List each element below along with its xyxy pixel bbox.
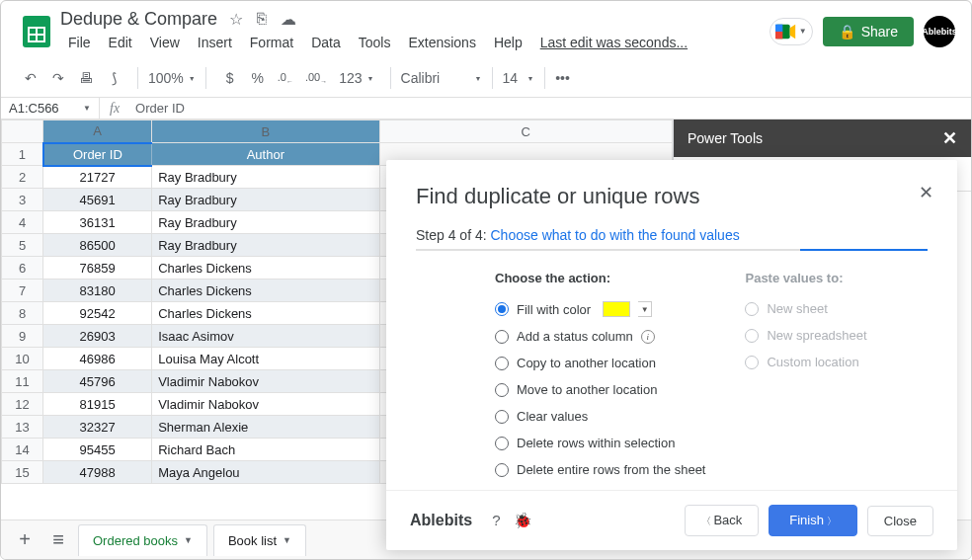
cell[interactable]: 47988 xyxy=(43,461,152,484)
tab-ordered-books[interactable]: Ordered books▼ xyxy=(78,524,207,556)
chevron-down-icon[interactable]: ▼ xyxy=(283,535,291,545)
row-header[interactable]: 3 xyxy=(2,189,43,211)
row-header[interactable]: 12 xyxy=(2,393,43,416)
cell[interactable]: 21727 xyxy=(43,166,152,189)
cell[interactable]: 32327 xyxy=(43,416,152,439)
cell[interactable]: Ray Bradbury xyxy=(152,189,379,211)
cell[interactable]: Order ID xyxy=(43,143,152,166)
row-header[interactable]: 14 xyxy=(2,439,43,461)
cell[interactable]: 83180 xyxy=(43,280,152,302)
profile-avatar[interactable]: Ablebits xyxy=(924,16,955,47)
formula-bar[interactable]: Order ID xyxy=(129,98,971,119)
more-toolbar-icon[interactable]: ••• xyxy=(551,65,575,91)
row-header[interactable]: 9 xyxy=(2,325,43,348)
font-size-select[interactable]: 14 xyxy=(499,65,538,91)
cell[interactable]: Vladimir Nabokov xyxy=(152,370,379,393)
undo-icon[interactable]: ↶ xyxy=(19,65,42,91)
cell[interactable]: 26903 xyxy=(43,325,152,348)
menu-view[interactable]: View xyxy=(142,32,188,53)
action-fill-color[interactable]: Fill with color ▼ xyxy=(495,301,705,317)
cell[interactable]: Richard Bach xyxy=(152,439,379,461)
color-swatch[interactable] xyxy=(603,301,630,317)
select-all-cell[interactable] xyxy=(2,120,43,143)
name-box[interactable]: A1:C566 ▼ xyxy=(1,98,100,119)
row-header[interactable]: 4 xyxy=(2,211,43,234)
action-move[interactable]: Move to another location xyxy=(495,382,705,397)
cell[interactable]: Isaac Asimov xyxy=(152,325,379,348)
menu-file[interactable]: File xyxy=(60,32,99,53)
row-header[interactable]: 1 xyxy=(2,143,43,166)
cell[interactable]: 76859 xyxy=(43,257,152,280)
cloud-icon[interactable]: ☁ xyxy=(281,10,296,29)
close-icon[interactable]: ✕ xyxy=(942,127,957,149)
close-icon[interactable]: ✕ xyxy=(919,182,933,203)
row-header[interactable]: 6 xyxy=(2,257,43,280)
info-icon[interactable]: i xyxy=(641,330,655,344)
cell[interactable]: 45796 xyxy=(43,370,152,393)
action-copy[interactable]: Copy to another location xyxy=(495,356,705,370)
cell[interactable]: Maya Angelou xyxy=(152,461,379,484)
meet-button[interactable]: ▼ xyxy=(770,18,813,45)
action-status-column[interactable]: Add a status column i xyxy=(495,329,705,344)
font-select[interactable]: Calibri xyxy=(397,65,486,91)
doc-title[interactable]: Dedupe & Compare xyxy=(60,9,217,30)
cell[interactable]: 86500 xyxy=(43,234,152,257)
row-header[interactable]: 13 xyxy=(2,416,43,439)
share-button[interactable]: 🔒 Share xyxy=(823,17,914,46)
row-header[interactable]: 2 xyxy=(2,166,43,189)
number-format-select[interactable]: 123 xyxy=(335,65,377,91)
back-button[interactable]: 〈 Back xyxy=(685,505,760,536)
help-icon[interactable]: ? xyxy=(492,512,500,529)
row-header[interactable]: 11 xyxy=(2,370,43,393)
chevron-down-icon[interactable]: ▼ xyxy=(184,535,193,545)
menu-data[interactable]: Data xyxy=(303,32,349,53)
action-clear[interactable]: Clear values xyxy=(495,409,705,424)
cell[interactable]: Ray Bradbury xyxy=(152,211,379,234)
action-delete-selection[interactable]: Delete rows within selection xyxy=(495,436,705,450)
menu-tools[interactable]: Tools xyxy=(351,32,399,53)
cell[interactable]: 81915 xyxy=(43,393,152,416)
percent-icon[interactable]: % xyxy=(246,65,270,91)
cell[interactable]: Vladimir Nabokov xyxy=(152,393,379,416)
step-link[interactable]: Choose what to do with the found values xyxy=(491,227,740,243)
last-edit-link[interactable]: Last edit was seconds... xyxy=(532,32,695,53)
menu-insert[interactable]: Insert xyxy=(190,32,240,53)
sheets-logo[interactable] xyxy=(17,12,56,51)
bug-icon[interactable]: 🐞 xyxy=(514,512,532,529)
row-header[interactable]: 15 xyxy=(2,461,43,484)
cell[interactable]: 46986 xyxy=(43,348,152,370)
menu-format[interactable]: Format xyxy=(242,32,301,53)
action-delete-rows[interactable]: Delete entire rows from the sheet xyxy=(495,462,705,477)
cell[interactable]: Charles Dickens xyxy=(152,257,379,280)
redo-icon[interactable]: ↷ xyxy=(46,65,70,91)
row-header[interactable]: 10 xyxy=(2,348,43,370)
cell[interactable]: 36131 xyxy=(43,211,152,234)
col-header-a[interactable]: A xyxy=(43,120,152,143)
increase-decimal-icon[interactable]: .00→ xyxy=(301,65,331,91)
finish-button[interactable]: Finish 〉 xyxy=(769,505,856,536)
row-header[interactable]: 5 xyxy=(2,234,43,257)
col-header-c[interactable]: C xyxy=(379,120,672,143)
paint-format-icon[interactable]: ⟆ xyxy=(102,65,125,91)
currency-icon[interactable]: $ xyxy=(218,65,242,91)
cell[interactable]: Louisa May Alcott xyxy=(152,348,379,370)
move-icon[interactable]: ⎘ xyxy=(257,10,267,29)
cell[interactable]: Sherman Alexie xyxy=(152,416,379,439)
cell[interactable]: Charles Dickens xyxy=(152,302,379,325)
close-button[interactable]: Close xyxy=(867,506,933,536)
print-icon[interactable]: 🖶 xyxy=(74,65,98,91)
col-header-b[interactable]: B xyxy=(152,120,379,143)
star-icon[interactable]: ☆ xyxy=(229,10,243,29)
cell[interactable]: Ray Bradbury xyxy=(152,234,379,257)
all-sheets-button[interactable]: ≡ xyxy=(44,526,72,554)
cell[interactable]: Author xyxy=(152,143,379,166)
decrease-decimal-icon[interactable]: .0← xyxy=(274,65,297,91)
zoom-select[interactable]: 100% xyxy=(144,65,200,91)
cell[interactable]: 95455 xyxy=(43,439,152,461)
row-header[interactable]: 8 xyxy=(2,302,43,325)
menu-extensions[interactable]: Extensions xyxy=(400,32,483,53)
cell[interactable]: 45691 xyxy=(43,189,152,211)
menu-help[interactable]: Help xyxy=(486,32,530,53)
menu-edit[interactable]: Edit xyxy=(101,32,140,53)
cell[interactable]: Ray Bradbury xyxy=(152,166,379,189)
